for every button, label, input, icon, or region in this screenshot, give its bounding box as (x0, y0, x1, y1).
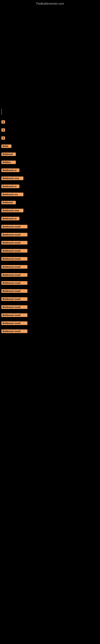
site-title: TheBottlenecker.com (0, 0, 100, 6)
result-row: Bottleneck resu (1, 206, 99, 214)
bottleneck-result-badge[interactable]: Bottleneck (1, 152, 16, 156)
result-row: Bottleneck result (1, 239, 99, 247)
result-row: Bottleneck re (1, 166, 99, 174)
result-row: Bottleneck result (1, 319, 99, 327)
bottleneck-result-badge[interactable]: Bottleneck resu (1, 176, 23, 180)
bottleneck-result-badge[interactable]: Bottleneck re (1, 217, 19, 220)
result-row: Bottle (1, 142, 99, 150)
result-row: Bottleneck re (1, 214, 99, 222)
result-row: Bottleneck result (1, 287, 99, 295)
bottleneck-result-badge[interactable]: Bottleneck result (1, 330, 27, 333)
result-row: Bottleneck result (1, 279, 99, 287)
result-row: Bottleneck res (1, 190, 99, 198)
bottleneck-result-badge[interactable]: Bottleneck result (1, 225, 27, 228)
result-row: Bottlene (1, 158, 99, 166)
result-row: Bottleneck re (1, 182, 99, 190)
result-row: Bottleneck result (1, 311, 99, 319)
bottleneck-result-badge[interactable]: Bottleneck (1, 201, 16, 204)
bottleneck-result-badge[interactable]: Bottleneck result (1, 241, 27, 244)
bottleneck-result-badge[interactable]: Bottleneck result (1, 265, 27, 269)
bottleneck-result-badge[interactable]: Bottleneck res (1, 192, 23, 196)
result-row: B (1, 118, 99, 126)
result-row: Bottleneck result (1, 263, 99, 271)
results-container: BBBBottleBottleneckBottleneBottleneck re… (0, 116, 100, 337)
result-row: B (1, 126, 99, 134)
result-row: Bottleneck result (1, 327, 99, 335)
bottleneck-result-badge[interactable]: Bottleneck resu (1, 209, 23, 212)
result-row: Bottleneck result (1, 271, 99, 279)
result-row: Bottleneck resu (1, 174, 99, 182)
bottleneck-result-badge[interactable]: Bottleneck re (1, 168, 19, 172)
bottleneck-result-badge[interactable]: B (1, 128, 5, 132)
bottleneck-result-badge[interactable]: Bottleneck result (1, 289, 27, 293)
result-row: Bottleneck (1, 198, 99, 206)
result-row: Bottleneck result (1, 303, 99, 311)
bottleneck-result-badge[interactable]: Bottleneck result (1, 281, 27, 285)
bottleneck-result-badge[interactable]: Bottleneck result (1, 233, 27, 236)
bottleneck-result-badge[interactable]: B (1, 120, 5, 124)
bottleneck-result-badge[interactable]: Bottleneck result (1, 313, 27, 317)
result-row: Bottleneck result (1, 222, 99, 231)
bottleneck-result-badge[interactable]: Bottleneck result (1, 297, 27, 301)
result-row: Bottleneck result (1, 231, 99, 239)
result-row: Bottleneck result (1, 247, 99, 255)
result-row: B (1, 134, 99, 142)
bottleneck-result-badge[interactable]: Bottlene (1, 160, 16, 164)
result-row: Bottleneck result (1, 255, 99, 263)
bottleneck-result-badge[interactable]: Bottleneck result (1, 305, 27, 309)
bottleneck-result-badge[interactable]: Bottleneck result (1, 273, 27, 277)
cursor-line (1, 109, 2, 115)
bottleneck-result-badge[interactable]: Bottleneck result (1, 249, 27, 252)
bottleneck-result-badge[interactable]: Bottleneck result (1, 257, 27, 260)
bottleneck-result-badge[interactable]: Bottleneck re (1, 184, 19, 188)
chart-area (0, 6, 100, 107)
result-row: Bottleneck (1, 150, 99, 158)
result-row: Bottleneck result (1, 295, 99, 303)
bottleneck-result-badge[interactable]: Bottle (1, 144, 11, 148)
bottleneck-result-badge[interactable]: B (1, 136, 5, 140)
bottleneck-result-badge[interactable]: Bottleneck result (1, 322, 27, 325)
